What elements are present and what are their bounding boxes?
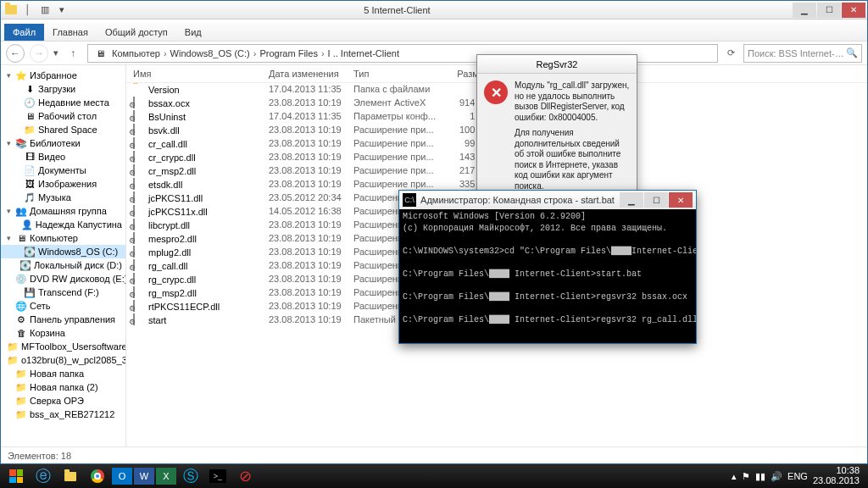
tree-twister-icon[interactable]: ▾: [4, 234, 13, 242]
cmd-icon: C:\: [403, 193, 416, 207]
tree-item[interactable]: 🎵Музыка: [1, 191, 125, 204]
taskbar-cmd-icon[interactable]: >_: [205, 466, 231, 486]
file-type: Расширение при...: [353, 165, 438, 177]
image-icon: 🖼: [24, 178, 36, 190]
tree-twister-icon[interactable]: ▾: [4, 71, 13, 80]
nav-tree[interactable]: ▾⭐Избранное⬇Загрузки🕘Недавние места🖥Рабо…: [1, 65, 126, 446]
nav-up-button[interactable]: ↑: [64, 44, 82, 63]
tree-item[interactable]: 📁MFToolbox_Usersoftware_64_E: [1, 340, 125, 353]
nav-forward-button[interactable]: →: [30, 44, 48, 63]
taskbar-chrome-icon[interactable]: [85, 466, 110, 486]
file-date: 23.08.2013 10:19: [269, 219, 353, 231]
breadcrumb-segment[interactable]: Windows8_OS (C:): [169, 48, 252, 58]
ribbon-tab-share[interactable]: Общий доступ: [97, 24, 176, 41]
tree-item[interactable]: ▾🖥Компьютер: [1, 231, 125, 245]
tree-item[interactable]: 🌐Сеть: [1, 299, 125, 313]
tree-item[interactable]: ⚙Панель управления: [1, 313, 125, 326]
tree-item[interactable]: 📄Документы: [1, 164, 125, 177]
taskbar-blocked-icon[interactable]: ⊘: [232, 466, 258, 486]
tree-label: Домашняя группа: [30, 206, 107, 216]
taskbar-word-icon[interactable]: W: [134, 468, 154, 485]
tree-item[interactable]: ▾📚Библиотеки: [1, 136, 125, 150]
tree-twister-icon[interactable]: ▾: [4, 139, 13, 147]
tree-label: Надежда Капустина: [36, 219, 122, 230]
tray-up-icon[interactable]: ▴: [732, 471, 737, 482]
ribbon-tab-home[interactable]: Главная: [44, 24, 97, 41]
tree-item[interactable]: 📁Новая папка (2): [1, 380, 125, 394]
tray-lang[interactable]: ENG: [787, 471, 808, 481]
breadcrumb-segment[interactable]: Компьютер: [110, 48, 162, 58]
cmd-minimize-button[interactable]: [620, 192, 643, 208]
tree-item[interactable]: 📁Сверка ОРЭ: [1, 394, 125, 408]
minimize-button[interactable]: [793, 3, 816, 18]
tree-item[interactable]: 💾Transcend (F:): [1, 286, 125, 299]
taskbar-excel-icon[interactable]: X: [156, 468, 176, 485]
cfg-icon: [133, 111, 145, 123]
explorer-titlebar[interactable]: │ ▥ ▾ 5 Internet-Client: [1, 1, 867, 19]
col-date[interactable]: Дата изменения: [269, 69, 353, 79]
nav-recent-dropdown[interactable]: ▾: [53, 47, 58, 58]
search-placeholder: Поиск: BSS Internet-Client: [748, 48, 846, 58]
col-name[interactable]: Имя: [133, 69, 269, 79]
refresh-button[interactable]: ⟳: [723, 44, 738, 63]
tree-item[interactable]: 💽Windows8_OS (C:): [1, 245, 125, 258]
ribbon-tab-file[interactable]: Файл: [4, 24, 44, 41]
col-type[interactable]: Тип: [353, 69, 438, 79]
taskbar-explorer-icon[interactable]: [58, 466, 83, 486]
search-input[interactable]: Поиск: BSS Internet-Client 🔍: [743, 44, 862, 63]
tree-item[interactable]: ⬇Загрузки: [1, 82, 125, 96]
maximize-button[interactable]: [817, 3, 841, 18]
qat-dropdown-icon[interactable]: ▾: [55, 3, 69, 16]
error-icon: ✕: [484, 80, 508, 104]
tree-item[interactable]: 📁bss_ax_REB271212: [1, 408, 125, 421]
tree-twister-icon[interactable]: ▾: [4, 207, 13, 215]
close-button[interactable]: [842, 3, 865, 18]
tray-volume-icon[interactable]: 🔊: [771, 471, 782, 482]
tree-item[interactable]: 📁o132bru(8)_w_pcl2085_32_64: [1, 353, 125, 367]
tree-item[interactable]: 🖥Рабочий стол: [1, 109, 125, 123]
system-tray[interactable]: ▴ ⚑ ▮▮ 🔊 ENG 10:38 23.08.2013: [732, 466, 865, 485]
breadcrumb-segment[interactable]: Program Files: [258, 48, 319, 58]
breadcrumb-segment[interactable]: I .. Internet-Client: [326, 48, 401, 58]
tree-item[interactable]: ▾⭐Избранное: [1, 69, 125, 82]
dll-icon: [133, 192, 145, 204]
start-button[interactable]: [3, 466, 29, 486]
dialog-title[interactable]: RegSvr32: [477, 55, 637, 74]
tree-item[interactable]: 💿DVD RW дисковод (E:): [1, 272, 125, 286]
video-icon: 🎞: [24, 151, 36, 163]
tray-flag-icon[interactable]: ⚑: [742, 471, 750, 482]
folder-icon: 📁: [7, 341, 19, 352]
tree-label: Рабочий стол: [38, 111, 97, 121]
tree-item[interactable]: 👤Надежда Капустина: [1, 218, 125, 231]
taskbar[interactable]: ⓔ O W X Ⓢ >_ ⊘ ▴ ⚑ ▮▮ 🔊 ENG 10:38 23.08.…: [0, 464, 868, 488]
tree-item[interactable]: 💽Локальный диск (D:): [1, 258, 125, 272]
cmd-maximize-button[interactable]: [644, 192, 668, 208]
nav-back-button[interactable]: ←: [6, 44, 25, 63]
tree-item[interactable]: ▾👥Домашняя группа: [1, 204, 125, 218]
tree-item[interactable]: 🎞Видео: [1, 150, 125, 164]
file-name: cr_msp2.dll: [148, 166, 196, 176]
taskbar-ie-icon[interactable]: ⓔ: [31, 466, 56, 486]
tree-item[interactable]: 📁Новая папка: [1, 367, 125, 380]
file-date: 23.08.2013 10:19: [269, 287, 353, 299]
recycle-icon: 🗑: [15, 327, 27, 339]
cmd-close-button[interactable]: [669, 192, 693, 208]
dialog-text: Модуль "rg_call.dll" загружен, но не уда…: [515, 80, 630, 197]
tree-item[interactable]: 🖼Изображения: [1, 177, 125, 191]
tree-item[interactable]: 🗑Корзина: [1, 326, 125, 340]
tree-item[interactable]: 🕘Недавние места: [1, 96, 125, 109]
file-name: mplug2.dll: [148, 247, 191, 258]
tray-network-icon[interactable]: ▮▮: [755, 471, 765, 482]
tree-label: Недавние места: [38, 97, 109, 108]
file-name: BsUninst: [148, 112, 186, 122]
file-name: rg_msp2.dll: [148, 288, 197, 298]
homegroup-icon: 👥: [15, 205, 27, 217]
taskbar-outlook-icon[interactable]: O: [112, 468, 132, 485]
qat-open-icon[interactable]: ▥: [38, 3, 52, 16]
tree-item[interactable]: 📁Shared Space: [1, 123, 125, 136]
tray-clock[interactable]: 10:38 23.08.2013: [813, 466, 860, 485]
cmd-output[interactable]: Microsoft Windows [Version 6.2.9200] (c)…: [399, 209, 696, 343]
taskbar-skype-icon[interactable]: Ⓢ: [178, 466, 203, 486]
ribbon-tab-view[interactable]: Вид: [176, 24, 210, 41]
cmd-titlebar[interactable]: C:\ Администратор: Командная строка - st…: [399, 191, 696, 209]
